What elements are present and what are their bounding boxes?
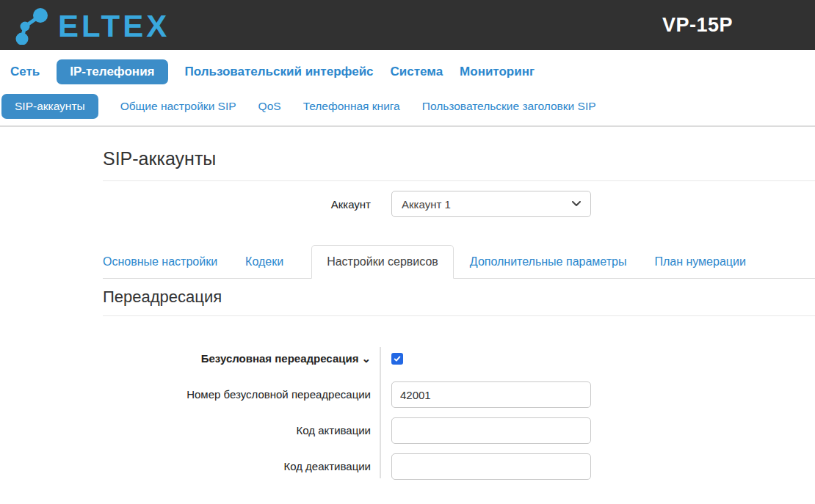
unconditional-forwarding-checkbox[interactable] [391,353,403,365]
eltex-wordmark: ELTEX [58,9,170,43]
eltex-molecule-icon: ELTEX [10,5,182,45]
tab-basic-settings[interactable]: Основные настройки [103,246,217,278]
page-content: SIP-аккаунты Аккаунт Аккаунт 1 Основные … [0,148,815,480]
account-select-value: Аккаунт 1 [402,198,451,211]
tab-service-settings[interactable]: Настройки сервисов [311,245,454,279]
deactivation-code-label: Код деактивации [103,460,371,474]
forwarding-number-input[interactable] [391,381,591,408]
nav-item-ip-telephony[interactable]: IP-телефония [57,59,167,84]
subnav-item-sip-accounts[interactable]: SIP-аккаунты [1,94,98,119]
activation-code-row: Код активации [103,417,815,444]
chevron-down-icon [572,201,581,207]
page-title: SIP-аккаунты [103,148,815,181]
account-label: Аккаунт [103,198,371,211]
device-model-title: VP-15P [662,14,733,37]
account-select[interactable]: Аккаунт 1 [391,191,591,217]
checkmark-icon [393,354,402,363]
forwarding-number-row: Номер безусловной переадресации [103,381,815,408]
subnav-item-phonebook[interactable]: Телефонная книга [303,94,400,119]
forwarding-number-label: Номер безусловной переадресации [103,388,371,402]
tab-additional-parameters[interactable]: Дополнительные параметры [470,246,627,278]
unconditional-forwarding-label: Безусловная переадресация⌄ [103,352,371,366]
collapse-chevron-icon[interactable]: ⌄ [361,352,371,365]
account-settings-tabs: Основные настройки Кодеки Настройки серв… [103,245,815,279]
tab-codecs[interactable]: Кодеки [245,246,283,278]
subnav-item-custom-sip-headers[interactable]: Пользовательские заголовки SIP [422,94,596,119]
account-selector-row: Аккаунт Аккаунт 1 [103,191,815,217]
nav-item-user-interface[interactable]: Пользовательский интерфейс [185,59,374,84]
activation-code-label: Код активации [103,424,371,438]
nav-item-system[interactable]: Система [391,59,443,84]
subnav-item-common-sip-settings[interactable]: Общие настройки SIP [120,94,236,119]
deactivation-code-row: Код деактивации [103,453,815,480]
subnav-item-qos[interactable]: QoS [258,94,281,119]
call-forwarding-form: Безусловная переадресация⌄ Номер безусло… [103,346,815,480]
eltex-logo: ELTEX [10,5,182,45]
app-header: ELTEX VP-15P [0,0,815,50]
unconditional-forwarding-row: Безусловная переадресация⌄ [103,346,815,372]
main-navigation: Сеть IP-телефония Пользовательский интер… [0,50,815,94]
activation-code-input[interactable] [391,417,591,444]
tab-dial-plan[interactable]: План нумерации [654,246,745,278]
nav-item-monitoring[interactable]: Мониторинг [460,59,535,84]
deactivation-code-input[interactable] [391,453,591,480]
section-title-call-forwarding: Переадресация [103,288,815,316]
nav-item-network[interactable]: Сеть [10,59,40,84]
sub-navigation: SIP-аккаунты Общие настройки SIP QoS Тел… [0,94,815,127]
